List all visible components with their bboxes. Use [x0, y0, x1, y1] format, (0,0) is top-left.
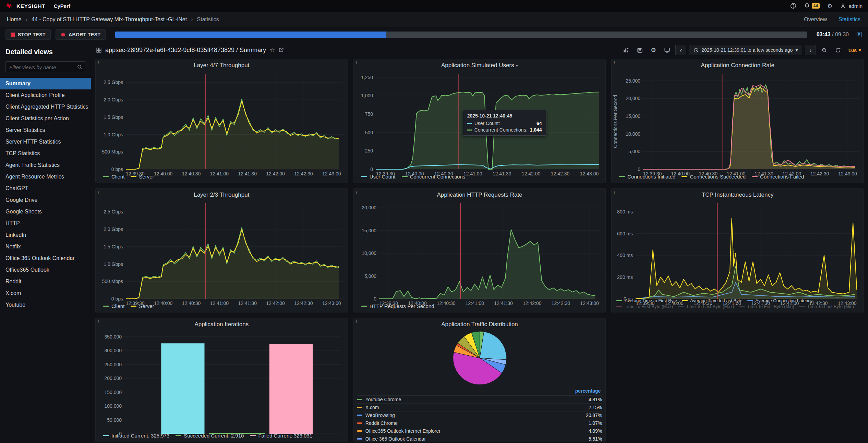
panel-info-icon[interactable]: i — [614, 189, 615, 195]
panel-info-icon[interactable]: i — [98, 60, 99, 65]
share-icon[interactable] — [278, 47, 284, 53]
sidebar-item[interactable]: Google Sheets — [0, 206, 91, 218]
breadcrumb-item[interactable]: Home — [7, 16, 22, 23]
sidebar-item[interactable]: Agent Resource Metrics — [0, 171, 91, 183]
view-tabs: Overview Statistics — [803, 15, 861, 24]
stop-test-button[interactable]: STOP TEST — [5, 29, 51, 40]
svg-text:2.5 Gbps: 2.5 Gbps — [104, 209, 123, 214]
user-menu[interactable]: admin — [840, 3, 863, 9]
brand-keysight: KEYSIGHT — [16, 3, 46, 9]
time-range-forward-icon[interactable]: › — [805, 45, 816, 55]
svg-text:25,000: 25,000 — [626, 78, 641, 84]
panel-title[interactable]: Layer 4/7 Throughput — [96, 59, 348, 70]
sidebar-item[interactable]: Reddit — [0, 276, 91, 287]
sidebar-item[interactable]: Office365 Outlook — [0, 264, 91, 276]
layer47-throughput-chart[interactable]: 0 bps500 Mbps1.0 Gbps1.5 Gbps2.0 Gbps2.5… — [96, 70, 348, 172]
sidebar-item[interactable]: TCP Statistics — [0, 148, 91, 159]
dashboard-header-left: appsec-28f9972e-fa6f-43d2-9cf8-035ff4873… — [96, 46, 284, 54]
svg-text:12:42:30: 12:42:30 — [294, 300, 313, 306]
sidebar-item[interactable]: Office 365 Outlook Calendar — [0, 253, 91, 264]
test-progress-fill — [115, 32, 386, 38]
dashboard-grid-icon[interactable] — [96, 47, 102, 53]
breadcrumb-item[interactable]: Statistics — [197, 16, 219, 23]
tcp-latency-chart[interactable]: 0 µs200 ms400 ms600 ms800 ms12:39:3012:4… — [612, 200, 864, 297]
sidebar-item[interactable]: Server Statistics — [0, 124, 91, 136]
sidebar-item[interactable]: X.com — [0, 287, 91, 299]
panel-title[interactable]: Application Simulated Users▾ — [354, 59, 606, 70]
tab-statistics[interactable]: Statistics — [838, 15, 861, 24]
favorite-star-icon[interactable]: ☆ — [269, 46, 275, 54]
svg-text:1,000: 1,000 — [361, 93, 373, 98]
add-panel-icon[interactable] — [620, 45, 631, 55]
chart-tooltip: 2025-10-21 12:40:45 User Count:64Concurr… — [463, 110, 546, 136]
tab-overview[interactable]: Overview — [803, 15, 828, 24]
panel-title[interactable]: Application Iterations — [96, 318, 348, 329]
svg-text:12:41:30: 12:41:30 — [751, 300, 770, 306]
traffic-distribution-pie[interactable] — [354, 329, 606, 387]
svg-text:12:42:00: 12:42:00 — [266, 300, 285, 306]
sidebar-item[interactable]: Client Statistics per Action — [0, 113, 91, 124]
sidebar-item[interactable]: Server HTTP Statistics — [0, 136, 91, 148]
panel-info-icon[interactable]: i — [98, 319, 99, 324]
panel-title[interactable]: Application Traffic Distribution — [354, 318, 606, 329]
sidebar-item[interactable]: Client Aggregated HTTP Statistics — [0, 101, 91, 113]
svg-text:12:43:00: 12:43:00 — [322, 300, 341, 306]
keysight-logo-icon — [5, 3, 13, 9]
tooltip-row: Concurrent Connections:1,044 — [467, 127, 542, 133]
panel-info-icon[interactable]: i — [614, 60, 615, 65]
abort-test-button[interactable]: ABORT TEST — [56, 29, 106, 40]
time-range-back-icon[interactable]: ‹ — [675, 45, 686, 55]
dashboard-settings-gear-icon[interactable]: ⚙ — [648, 45, 659, 55]
sidebar-item[interactable]: Netflix — [0, 241, 91, 253]
dashboard-header-right: ⚙ ‹ 2025-10-21 12:39:01 to a few seconds… — [620, 45, 863, 55]
panel-title[interactable]: Application Connection Rate — [612, 59, 864, 70]
svg-text:2.0 Gbps: 2.0 Gbps — [104, 97, 123, 102]
connection-rate-chart[interactable]: 05,00010,00015,00020,00025,00012:39:3012… — [612, 70, 864, 172]
svg-text:12:40:00: 12:40:00 — [671, 171, 690, 176]
settings-gear-icon[interactable]: ⚙ — [827, 2, 832, 10]
sidebar-item[interactable]: Summary — [0, 78, 91, 89]
filter-views-input[interactable] — [5, 61, 85, 73]
layer23-throughput-chart[interactable]: 0 bps500 Mbps1.0 Gbps1.5 Gbps2.0 Gbps2.5… — [96, 200, 348, 302]
breadcrumb-item[interactable]: 44 - Copy of STH HTTP Gateway Mix-Throug… — [32, 16, 187, 23]
svg-text:1.0 Gbps: 1.0 Gbps — [104, 261, 123, 267]
panel-info-icon[interactable]: i — [356, 189, 357, 195]
help-icon[interactable] — [790, 3, 796, 9]
elapsed-time: 03:43 — [817, 32, 831, 37]
svg-text:12:40:30: 12:40:30 — [182, 300, 201, 306]
panel-info-icon[interactable]: i — [356, 60, 357, 65]
tv-view-icon[interactable] — [662, 45, 673, 55]
refresh-interval-caret-icon: ▾ — [858, 47, 861, 53]
time-range-picker[interactable]: 2025-10-21 12:39:01 to a few seconds ago… — [689, 45, 802, 55]
svg-text:0 µs: 0 µs — [624, 296, 633, 302]
svg-text:12:43:00: 12:43:00 — [580, 300, 599, 306]
svg-text:500 Mbps: 500 Mbps — [102, 279, 123, 284]
panel-info-icon[interactable]: i — [356, 319, 357, 324]
save-dashboard-icon[interactable] — [634, 45, 645, 55]
sidebar-item[interactable]: Client Application Profile — [0, 89, 91, 101]
sidebar-item[interactable]: Youtube — [0, 299, 91, 311]
svg-text:12:41:30: 12:41:30 — [493, 171, 511, 176]
panel-info-icon[interactable]: i — [98, 189, 99, 195]
zoom-out-icon[interactable] — [819, 45, 830, 55]
panel-title[interactable]: Application HTTP Requests Rate — [354, 189, 606, 200]
report-icon[interactable] — [856, 31, 863, 38]
panel-title[interactable]: Layer 2/3 Throughput — [96, 189, 348, 200]
sidebar-item[interactable]: Google Drive — [0, 194, 91, 206]
panel-layer47-throughput: i Layer 4/7 Throughput 0 bps500 Mbps1.0 … — [95, 59, 348, 183]
percentage-column-header[interactable]: percentage — [575, 388, 601, 394]
application-iterations-chart[interactable]: 050,000100,000150,000200,000250,000300,0… — [96, 329, 348, 431]
abort-icon — [61, 32, 65, 37]
notifications-bell-icon[interactable]: 44 — [804, 3, 820, 9]
sidebar-item[interactable]: ChatGPT — [0, 183, 91, 194]
svg-text:12:43:00: 12:43:00 — [838, 300, 857, 306]
sidebar-item[interactable]: Agent Traffic Statistics — [0, 159, 91, 171]
sidebar-item[interactable]: LinkedIn — [0, 229, 91, 241]
http-requests-rate-chart[interactable]: 05,00010,00015,00020,00012:39:3012:40:00… — [354, 200, 606, 302]
refresh-interval-select[interactable]: 10s ▾ — [846, 47, 863, 53]
panel-application-iterations: i Application Iterations 050,000100,0001… — [95, 318, 348, 442]
sidebar-item[interactable]: HTTP — [0, 218, 91, 229]
refresh-icon[interactable] — [832, 45, 843, 55]
panel-title[interactable]: TCP Instantaneous Latency — [612, 189, 864, 200]
test-toolbar: STOP TEST ABORT TEST 03:43 / 09:30 — [0, 27, 868, 42]
